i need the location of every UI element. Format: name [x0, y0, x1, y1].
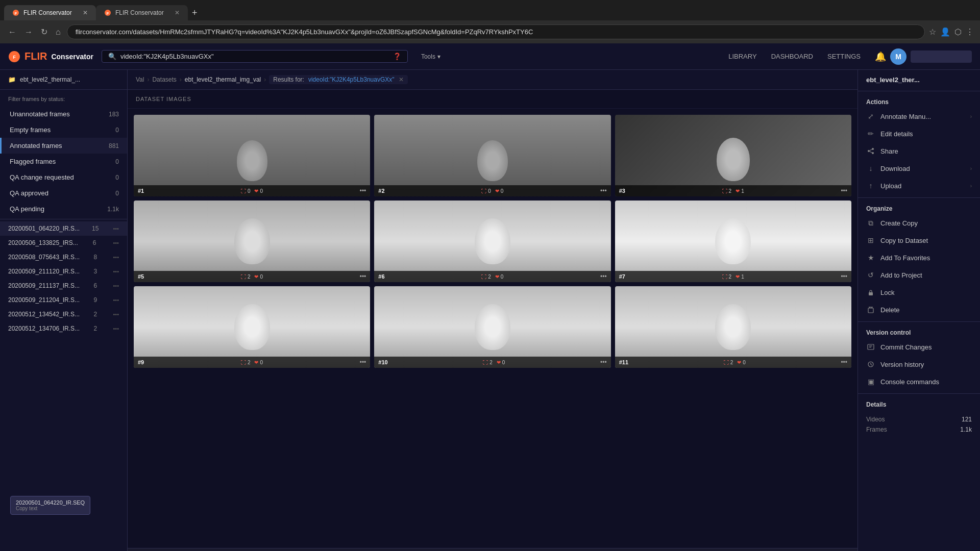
breadcrumb-val[interactable]: Val	[136, 76, 144, 83]
breadcrumb-search-input[interactable]	[411, 76, 849, 83]
tab-2-favicon: F	[104, 9, 111, 16]
scrollbar-bottom[interactable]	[128, 548, 857, 551]
forward-button[interactable]: →	[22, 26, 35, 39]
version-history-label: Version history	[880, 361, 924, 368]
filter-unannotated-count: 183	[109, 111, 119, 118]
file-6-actions[interactable]: •••	[113, 311, 119, 317]
more-button[interactable]: ⋮	[966, 27, 974, 37]
sidebar-file-7[interactable]: 20200512_134706_IR.S... 2 •••	[0, 321, 127, 336]
tab-1-close[interactable]: ✕	[83, 9, 88, 16]
image-card-8[interactable]: #9 ⛶2 ❤0 •••	[134, 286, 370, 368]
library-button[interactable]: LIBRARY	[722, 49, 763, 63]
delete-action[interactable]: Delete	[858, 301, 980, 318]
bookmark-button[interactable]: ☆	[929, 27, 936, 37]
filter-qa-approved[interactable]: QA approved 0	[0, 185, 127, 201]
copy-to-dataset-action[interactable]: ⊞ Copy to Dataset	[858, 232, 980, 249]
lock-icon	[866, 288, 875, 297]
filter-qa-change[interactable]: QA change requested 0	[0, 169, 127, 185]
card-menu-2[interactable]: •••	[841, 187, 847, 194]
image-card-9[interactable]: #10 ⛶2 ❤0 •••	[374, 286, 610, 368]
image-card-10[interactable]: #11 ⛶2 ❤0 •••	[615, 286, 851, 368]
stat-0-2: ❤0	[254, 188, 263, 194]
card-menu-1[interactable]: •••	[600, 187, 607, 194]
version-history-action[interactable]: Version history	[858, 356, 980, 373]
dashboard-button[interactable]: DASHBOARD	[765, 49, 819, 63]
card-menu-8[interactable]: •••	[360, 359, 366, 366]
extensions-button[interactable]: ⬡	[954, 27, 962, 37]
url-input[interactable]	[67, 24, 925, 39]
filter-empty[interactable]: Empty frames 0	[0, 122, 127, 138]
breadcrumb-filter-close[interactable]: ✕	[399, 76, 404, 83]
sidebar-file-4[interactable]: 20200509_211137_IR.S... 6 •••	[0, 279, 127, 293]
download-action[interactable]: ↓ Download ›	[858, 160, 980, 177]
sidebar-file-1[interactable]: 20200506_133825_IRS... 6 •••	[0, 236, 127, 250]
help-icon[interactable]: ❓	[393, 53, 401, 60]
filter-qa-pending[interactable]: QA pending 1.1k	[0, 201, 127, 217]
breadcrumb-dataset[interactable]: ebt_level2_thermal_img_val	[185, 76, 261, 83]
annotate-action[interactable]: ⤢ Annotate Manu... ›	[858, 108, 980, 125]
file-2-actions[interactable]: •••	[113, 254, 119, 260]
file-1-count: 6	[93, 239, 96, 246]
sidebar-file-0[interactable]: 20200501_064220_IR.S... 15 •••	[0, 221, 127, 236]
settings-button[interactable]: SETTINGS	[821, 49, 867, 63]
sidebar-file-5[interactable]: 20200509_211204_IR.S... 9 •••	[0, 293, 127, 307]
sidebar-file-3[interactable]: 20200509_211120_IR.S... 3 •••	[0, 264, 127, 279]
card-menu-10[interactable]: •••	[841, 359, 847, 366]
add-to-favorites-action[interactable]: ★ Add To Favorites	[858, 249, 980, 266]
upload-icon: ↑	[866, 181, 875, 190]
avatar[interactable]: M	[890, 48, 906, 65]
sidebar-file-6[interactable]: 20200512_134542_IR.S... 2 •••	[0, 307, 127, 321]
tab-2-close[interactable]: ✕	[175, 9, 180, 16]
home-button[interactable]: ⌂	[54, 26, 63, 39]
tooltip-filename: 20200501_064220_IR.SEQ	[16, 499, 85, 506]
card-menu-6[interactable]: •••	[841, 273, 847, 280]
svg-text:F: F	[13, 55, 16, 60]
file-2-count: 8	[93, 254, 97, 261]
tools-button[interactable]: Tools ▾	[416, 52, 446, 62]
header-nav: LIBRARY DASHBOARD SETTINGS	[722, 49, 867, 63]
upload-action[interactable]: ↑ Upload ›	[858, 177, 980, 194]
refresh-button[interactable]: ↻	[39, 25, 50, 39]
image-card-4[interactable]: #5 ⛶2 ❤0 •••	[134, 201, 370, 282]
card-menu-0[interactable]: •••	[360, 187, 366, 194]
filter-annotated[interactable]: Annotated frames 881	[0, 138, 127, 154]
file-0-actions[interactable]: •••	[113, 226, 119, 232]
commit-changes-action[interactable]: Commit Changes	[858, 338, 980, 356]
breadcrumb-datasets[interactable]: Datasets	[152, 76, 176, 83]
sidebar-file-2[interactable]: 20200508_075643_IR.S... 8 •••	[0, 250, 127, 264]
image-card-5[interactable]: #6 ⛶2 ❤0 •••	[374, 201, 610, 282]
new-tab-button[interactable]: +	[188, 6, 202, 20]
search-input[interactable]	[120, 53, 389, 60]
file-5-actions[interactable]: •••	[113, 297, 119, 303]
share-action[interactable]: Share	[858, 142, 980, 160]
image-card-2[interactable]: #3 ⛶2 ❤1 •••	[615, 115, 851, 196]
card-menu-9[interactable]: •••	[600, 359, 607, 366]
filter-unannotated[interactable]: Unannotated frames 183	[0, 106, 127, 122]
back-button[interactable]: ←	[6, 26, 18, 39]
copy-to-dataset-icon: ⊞	[866, 236, 875, 245]
console-commands-action[interactable]: ▣ Console commands	[858, 373, 980, 390]
image-card-6[interactable]: #7 ⛶2 ❤1 •••	[615, 201, 851, 282]
profile-button[interactable]: 👤	[940, 27, 950, 37]
card-menu-5[interactable]: •••	[600, 273, 607, 280]
file-7-actions[interactable]: •••	[113, 325, 119, 332]
section-version-control: Version control	[858, 325, 980, 338]
image-card-0[interactable]: #1 ⛶0 ❤0 •••	[134, 115, 370, 196]
panel-divider-1	[858, 197, 980, 198]
tab-1[interactable]: F FLIR Conservator ✕	[4, 5, 96, 20]
create-copy-action[interactable]: ⧉ Create Copy	[858, 214, 980, 232]
file-1-actions[interactable]: •••	[113, 240, 119, 246]
filter-flagged[interactable]: Flagged frames 0	[0, 154, 127, 169]
file-4-actions[interactable]: •••	[113, 283, 119, 289]
add-to-project-icon: ↺	[866, 270, 875, 280]
card-menu-4[interactable]: •••	[360, 273, 366, 280]
add-to-project-action[interactable]: ↺ Add to Project	[858, 266, 980, 284]
image-card-1[interactable]: #2 ⛶0 ❤0 •••	[374, 115, 610, 196]
edit-action[interactable]: ✏ Edit details	[858, 125, 980, 142]
details-videos-val: 121	[962, 416, 972, 423]
file-3-actions[interactable]: •••	[113, 268, 119, 274]
notification-icon[interactable]: 🔔	[875, 51, 886, 62]
lock-action[interactable]: Lock	[858, 284, 980, 301]
tab-2[interactable]: F FLIR Conservator ✕	[96, 5, 188, 20]
filter-qa-change-label: QA change requested	[10, 173, 74, 181]
